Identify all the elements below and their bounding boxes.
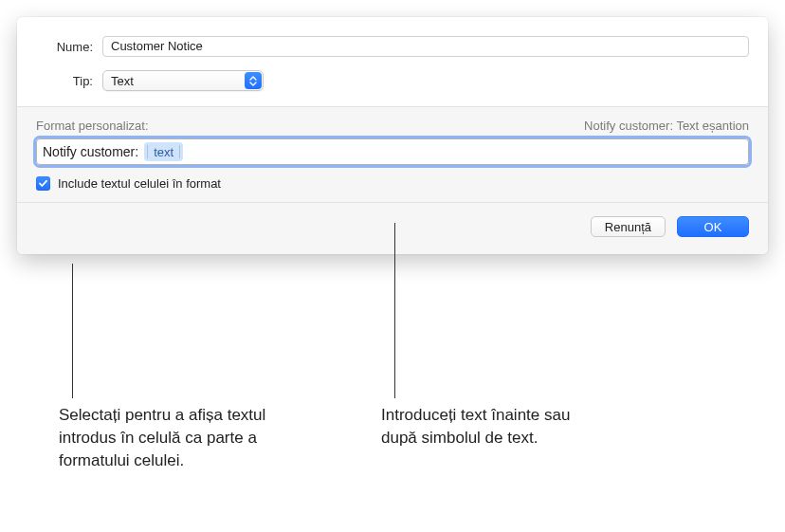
custom-format-dialog: Nume: Customer Notice Tip: Text [17, 17, 768, 254]
callout-right: Introduceți text înainte sau după simbol… [381, 404, 590, 449]
format-pane: Format personalizat: Notify customer: Te… [17, 107, 768, 203]
type-row: Tip: Text [36, 70, 749, 91]
ok-button[interactable]: OK [677, 216, 749, 237]
callout-line-left [72, 264, 73, 398]
include-text-checkbox[interactable] [36, 176, 50, 191]
type-select-wrap: Text [102, 70, 264, 91]
name-row: Nume: Customer Notice [36, 36, 749, 57]
include-text-row: Include textul celulei în format [36, 176, 749, 191]
updown-stepper-icon [245, 72, 262, 89]
type-select-value: Text [111, 74, 134, 88]
type-select[interactable]: Text [102, 70, 264, 91]
callout-left: Selectați pentru a afișa textul introdus… [59, 404, 277, 471]
cancel-button[interactable]: Renunță [591, 216, 666, 237]
button-bar: Renunță OK [17, 203, 768, 254]
checkmark-icon [38, 178, 48, 189]
include-text-label: Include textul celulei în format [58, 176, 221, 191]
top-pane: Nume: Customer Notice Tip: Text [17, 17, 768, 107]
format-sample-label: Notify customer: Text eșantion [584, 119, 749, 133]
text-token[interactable]: text [144, 142, 183, 161]
format-header: Format personalizat: Notify customer: Te… [36, 119, 749, 133]
format-section-label: Format personalizat: [36, 119, 149, 133]
name-input[interactable]: Customer Notice [102, 36, 749, 57]
format-prefix-text: Notify customer: [43, 144, 138, 159]
ok-button-label: OK [704, 220, 722, 234]
text-token-label: text [154, 145, 173, 159]
format-field[interactable]: Notify customer: text [36, 138, 749, 165]
dialog-body: Nume: Customer Notice Tip: Text [17, 17, 768, 254]
name-label: Nume: [36, 40, 102, 54]
cancel-button-label: Renunță [605, 220, 651, 234]
callout-line-right [394, 223, 395, 398]
type-label: Tip: [36, 74, 102, 88]
